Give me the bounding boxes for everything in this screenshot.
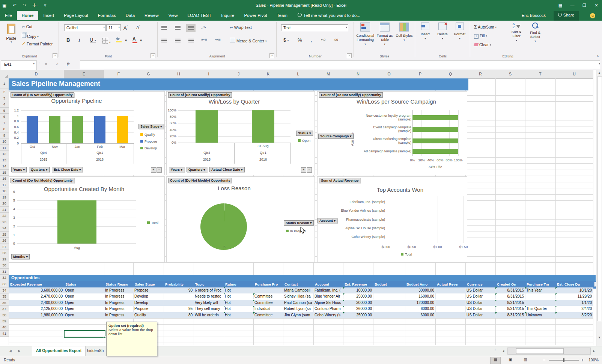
pivot-field-button[interactable]: Count of (Do Not Modify) Opportunity — [168, 92, 232, 98]
table-cell[interactable]: 8/31/2015 — [495, 306, 525, 312]
row-header-27[interactable]: 27 — [0, 244, 9, 250]
tab-power-pivot[interactable]: Power Pivot — [239, 11, 272, 20]
column-header-L[interactable]: L — [283, 70, 314, 79]
table-cell[interactable]: 8/31/2015 — [495, 312, 525, 318]
table-cell[interactable]: This Year — [525, 287, 556, 293]
table-cell[interactable]: Paul Cannon (sa — [283, 300, 314, 306]
table-cell[interactable] — [164, 293, 194, 299]
column-header-U[interactable]: U — [555, 70, 593, 79]
table-cell[interactable]: In Progress — [104, 300, 134, 306]
increase-decimal-button[interactable]: +.0 — [321, 38, 325, 42]
row-header-17[interactable]: 17 — [0, 182, 9, 188]
table-cell[interactable]: 30000.00 — [343, 300, 373, 306]
chart-winloss-by-quarter[interactable]: Count of (Do Not Modify) OpportunityWin/… — [166, 91, 315, 175]
minimize-icon[interactable]: — — [567, 0, 578, 11]
cancel-icon[interactable]: ✕ — [44, 62, 48, 67]
horizontal-scroll-thumb[interactable] — [516, 348, 564, 354]
table-cell[interactable]: 8/31/2015 — [495, 287, 525, 293]
axis-field-button-est--close-date[interactable]: Est. Close Date ▾ — [52, 167, 83, 172]
table-cell[interactable]: 6000.00 — [405, 306, 436, 312]
row-header-10[interactable]: 10 — [0, 138, 9, 145]
tab-home[interactable]: Home — [17, 11, 39, 20]
table-cell[interactable]: Open — [64, 306, 104, 312]
grow-font-button[interactable]: Aˆ — [123, 25, 128, 31]
select-all-corner[interactable] — [0, 70, 9, 79]
zoom-slider[interactable] — [549, 360, 579, 361]
font-size-select[interactable]: 11▾ — [106, 24, 121, 31]
table-cell[interactable]: 3,600,000.00 — [9, 287, 64, 293]
alignment-dialog-launcher[interactable]: ↘ — [269, 53, 274, 58]
table-cell[interactable]: Open — [64, 300, 104, 306]
row-header-8[interactable]: 8 — [0, 126, 9, 132]
table-cell[interactable]: US Dollar — [465, 293, 496, 299]
page-layout-view-icon[interactable]: ▣ — [505, 357, 516, 364]
vertical-scrollbar[interactable]: ▲ ▼ — [596, 70, 602, 346]
row-header-7[interactable]: 7 — [0, 120, 9, 126]
tab-review[interactable]: Review — [140, 11, 164, 20]
row-header-28[interactable]: 28 — [0, 250, 9, 256]
column-header-H[interactable]: H — [164, 70, 194, 79]
column-header-T[interactable]: T — [525, 70, 556, 79]
autosum-button[interactable]: Σ AutoSum ▾ — [474, 24, 497, 30]
fill-button[interactable]: ↓ Fill ▾ — [474, 33, 487, 39]
align-top-icon[interactable] — [161, 26, 167, 30]
axis-field-button-quarters[interactable]: Quarters ▾ — [187, 167, 207, 172]
bold-button[interactable]: B — [66, 37, 70, 43]
table-cell[interactable] — [525, 293, 556, 299]
hscroll-left-icon[interactable]: ◄ — [501, 349, 506, 353]
table-cell[interactable]: Hot — [224, 306, 254, 312]
number-format-select[interactable]: Text▾ — [281, 24, 348, 31]
table-cell[interactable]: US Dollar — [465, 312, 496, 318]
pivot-field-button[interactable]: Count of (Do Not Modify) Opportunity — [168, 178, 232, 183]
page-break-view-icon[interactable]: ▥ — [520, 357, 531, 364]
table-cell[interactable]: US Dollar — [465, 287, 496, 293]
conditional-formatting-button[interactable]: Conditional Formatting▾ — [356, 23, 374, 49]
table-cell[interactable]: Alpine Ski Hous — [313, 300, 343, 306]
tab-load-test[interactable]: LOAD TEST — [183, 11, 217, 20]
align-right-icon[interactable] — [188, 39, 194, 43]
table-cell[interactable]: 16000.00 — [405, 293, 436, 299]
table-cell[interactable]: 3/2/20 — [555, 312, 593, 318]
font-dialog-launcher[interactable]: ↘ — [150, 53, 155, 58]
row-header-34[interactable]: 34 — [0, 287, 9, 293]
table-cell[interactable]: Develop — [133, 293, 164, 299]
italic-button[interactable]: I — [78, 37, 80, 43]
enter-icon[interactable]: ✓ — [56, 62, 59, 67]
table-cell[interactable] — [164, 300, 194, 306]
find-select-button[interactable]: Find & Select▾ — [527, 23, 544, 49]
table-cell[interactable]: Committee — [253, 300, 283, 306]
row-header-25[interactable]: 25 — [0, 232, 9, 238]
table-cell[interactable] — [373, 300, 405, 306]
pivot-field-button[interactable]: Sum of Actual Revenue — [319, 178, 360, 183]
merge-center-button[interactable]: Merge & Center ▾ — [230, 38, 266, 43]
collapse-button[interactable]: − — [157, 167, 162, 173]
row-header-3[interactable]: 3 — [0, 95, 9, 102]
axis-field-button-months[interactable]: Months ▾ — [11, 254, 30, 259]
pivot-field-button[interactable]: Count of (Do Not Modify) Opportunity — [319, 92, 383, 98]
row-header-29[interactable]: 29 — [0, 256, 9, 263]
table-cell[interactable] — [435, 287, 466, 293]
table-cell[interactable]: Hot — [224, 293, 254, 299]
insert-cells-button[interactable]: Insert▾ — [417, 23, 433, 49]
row-header-1[interactable]: 1 — [0, 78, 9, 89]
copy-button[interactable]: Copy ▾ — [22, 33, 39, 39]
sheet-nav-left-icon[interactable]: ◀ — [9, 349, 12, 353]
close-icon[interactable]: ✕ — [591, 0, 602, 11]
align-left-icon[interactable] — [161, 39, 167, 43]
normal-view-icon[interactable]: ▦ — [490, 357, 501, 364]
row-header-5[interactable]: 5 — [0, 108, 9, 114]
table-cell[interactable] — [435, 293, 466, 299]
tab-page-layout[interactable]: Page Layout — [59, 11, 93, 20]
table-cell[interactable]: Fabrikam, Inc. ( — [313, 287, 343, 293]
table-cell[interactable]: 6000.00 — [405, 312, 436, 318]
row-header-11[interactable]: 11 — [0, 145, 9, 151]
filter-dropdown-icon[interactable]: ▼ — [594, 282, 596, 287]
table-cell[interactable]: 95 — [164, 306, 194, 312]
column-header-K[interactable]: K — [253, 70, 283, 79]
table-cell[interactable]: Committee — [253, 312, 283, 318]
tab-view[interactable]: View — [164, 11, 183, 20]
table-cell[interactable]: 80 — [164, 312, 194, 318]
table-cell[interactable]: Hot — [224, 312, 254, 318]
clear-button[interactable]: Clear ▾ — [474, 42, 491, 47]
collapse-ribbon-icon[interactable]: ∧ — [596, 54, 599, 58]
